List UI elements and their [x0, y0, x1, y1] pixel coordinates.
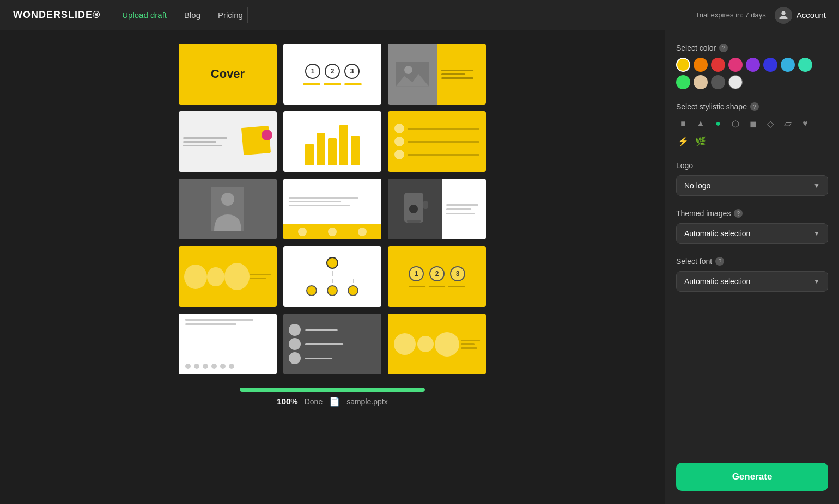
- line-row2: [408, 141, 479, 143]
- swatch-yellow[interactable]: [676, 58, 690, 72]
- swatch-orange[interactable]: [694, 58, 708, 72]
- shape-parallelogram[interactable]: ▱: [781, 116, 795, 131]
- slide-4-line2: [183, 141, 216, 143]
- themed-images-dropdown-value: Automatic selection: [684, 229, 750, 238]
- nav-blog[interactable]: Blog: [184, 10, 200, 20]
- swatch-beige[interactable]: [694, 75, 708, 89]
- slide-8-line1: [289, 197, 358, 199]
- slide-7[interactable]: [179, 179, 277, 239]
- dot-bottom1: [298, 228, 307, 236]
- slide-8[interactable]: [283, 179, 381, 239]
- slide-10[interactable]: [179, 246, 277, 307]
- swatch-green[interactable]: [676, 75, 690, 89]
- shape-hexagon[interactable]: ⬡: [728, 116, 743, 131]
- account-label: Account: [797, 10, 826, 20]
- org-bottom-row: [306, 279, 358, 296]
- footer-dot-3: [203, 364, 208, 369]
- swatch-light-gray[interactable]: [728, 75, 743, 89]
- shape-swatches: ■ ▲ ● ⬡ ◼ ◇ ▱ ♥ ⚡ 🌿: [676, 116, 828, 148]
- bar-2: [317, 133, 325, 165]
- progress-filename: sample.pptx: [346, 397, 387, 406]
- generate-button[interactable]: Generate: [676, 463, 828, 491]
- progress-info: 100% Done 📄 sample.pptx: [277, 396, 387, 407]
- org-child-3: [348, 279, 358, 296]
- logo-dropdown[interactable]: No logo ▼: [676, 175, 828, 196]
- slide-2-circles: 1 2 3: [305, 64, 360, 79]
- org-child-1: [306, 279, 317, 296]
- slide-14-content: [283, 318, 349, 370]
- shape-diamond[interactable]: ◇: [763, 116, 777, 131]
- account-button[interactable]: Account: [775, 7, 826, 24]
- circle-1: 1: [305, 64, 320, 79]
- swatch-light-blue[interactable]: [781, 58, 795, 72]
- big-circle-2: [207, 267, 224, 286]
- slide-9-photo: [388, 179, 442, 239]
- slide-12[interactable]: 1 2 3: [388, 246, 486, 307]
- slide-3[interactable]: [388, 44, 486, 105]
- svg-rect-5: [423, 201, 428, 209]
- slide-8-top: [283, 179, 381, 224]
- slide-14[interactable]: [283, 314, 381, 374]
- progress-percent: 100%: [277, 397, 297, 406]
- slide-11[interactable]: [283, 246, 381, 307]
- preview-area: Cover 1 2 3: [0, 30, 665, 504]
- slide-2-lines: [303, 83, 362, 85]
- person-circle-3: [289, 352, 301, 364]
- swatch-red[interactable]: [711, 58, 725, 72]
- slide-12-lines: [409, 286, 465, 287]
- font-dropdown-value: Automatic selection: [684, 277, 750, 286]
- shape-lightning[interactable]: ⚡: [676, 134, 690, 148]
- color-help-icon[interactable]: ?: [719, 44, 728, 52]
- trial-text: Trial expires in: 7 days: [695, 11, 766, 19]
- svg-point-6: [409, 205, 418, 213]
- slide-12-line3: [448, 286, 465, 287]
- swatch-pink[interactable]: [728, 58, 743, 72]
- circle-row3: [394, 150, 404, 159]
- shape-help-icon[interactable]: ?: [750, 102, 759, 111]
- slide-13-space: [185, 328, 270, 361]
- swatch-teal[interactable]: [798, 58, 812, 72]
- blob-1: [394, 333, 416, 355]
- slide-6-row1: [394, 124, 479, 133]
- slide-15[interactable]: [388, 314, 486, 374]
- sidebar: Select color ? Select stylistic: [665, 30, 839, 504]
- shape-triangle[interactable]: ▲: [694, 116, 708, 131]
- footer-dot-2: [194, 364, 199, 369]
- slide-5[interactable]: [283, 111, 381, 172]
- shape-square[interactable]: ■: [676, 116, 690, 131]
- slide-1[interactable]: Cover: [179, 44, 277, 105]
- shape-leaf[interactable]: 🌿: [694, 134, 708, 148]
- slide-9[interactable]: [388, 179, 486, 239]
- nav-pricing[interactable]: Pricing: [218, 10, 243, 20]
- person-row-1: [289, 324, 343, 336]
- bar-4: [339, 125, 348, 165]
- slide-15-line3: [461, 347, 477, 349]
- font-dropdown[interactable]: Automatic selection ▼: [676, 271, 828, 292]
- slide-6[interactable]: [388, 111, 486, 172]
- swatch-blue[interactable]: [763, 58, 777, 72]
- circle-row2: [394, 137, 404, 146]
- person-line-1: [305, 329, 338, 331]
- swatch-purple[interactable]: [746, 58, 760, 72]
- slide-10-line1: [250, 274, 271, 275]
- shape-heart[interactable]: ♥: [798, 116, 812, 131]
- blob-3: [435, 332, 459, 357]
- logo: WONDERSLIDE®: [13, 9, 100, 21]
- slide-8-line3: [289, 205, 350, 206]
- font-help-icon[interactable]: ?: [715, 257, 724, 266]
- shape-circle[interactable]: ●: [711, 116, 725, 131]
- person-line-3: [305, 358, 332, 359]
- line-2: [324, 83, 341, 85]
- file-icon: 📄: [329, 396, 340, 407]
- themed-images-help-icon[interactable]: ?: [734, 209, 743, 218]
- swatch-dark-gray[interactable]: [711, 75, 725, 89]
- slide-2[interactable]: 1 2 3: [283, 44, 381, 105]
- slide-4[interactable]: [179, 111, 277, 172]
- circle-3: 3: [344, 64, 360, 79]
- shape-diamond-sq[interactable]: ◼: [746, 116, 760, 131]
- themed-images-dropdown[interactable]: Automatic selection ▼: [676, 223, 828, 244]
- slide-13[interactable]: [179, 314, 277, 374]
- shape-section: Select stylistic shape ? ■ ▲ ● ⬡ ◼ ◇ ▱ ♥…: [676, 102, 828, 148]
- progress-done: Done: [305, 397, 323, 406]
- nav-upload-draft[interactable]: Upload draft: [122, 10, 167, 20]
